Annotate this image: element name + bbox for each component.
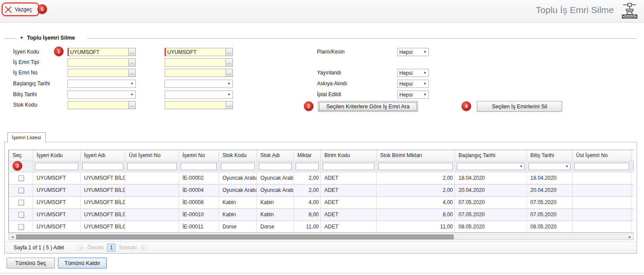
- filter-date-baslangic[interactable]: ▼: [457, 163, 525, 170]
- bitis-tarihi-to-datepicker[interactable]: ▼: [165, 91, 233, 99]
- filter-input-stok-kodu[interactable]: [221, 163, 255, 170]
- filter-input-ust-isemri-no[interactable]: [127, 163, 177, 170]
- cell-stok-kodu: Oyuncak Araba: [219, 184, 257, 196]
- row-checkbox[interactable]: [18, 212, 24, 218]
- cell-stok-birimi-miktari: 2,00: [377, 184, 455, 196]
- column-header[interactable]: İşemri No: [179, 150, 219, 161]
- row-checkbox[interactable]: [18, 175, 24, 181]
- tab-isemri-listesi[interactable]: İşemri Listesi: [7, 132, 46, 142]
- is-emri-tipi-from-field: …: [67, 58, 136, 67]
- column-header[interactable]: Üst İşemri No: [573, 150, 631, 161]
- is-emri-tipi-from-lookup-button[interactable]: …: [128, 58, 136, 67]
- collapse-arrow-icon[interactable]: ►: [20, 35, 24, 40]
- table-row[interactable]: UYUMSOFT UYUMSOFT BİLG İE-00002 Oyuncak …: [9, 172, 634, 184]
- filter-input-ust-isemri-no-2[interactable]: [574, 163, 629, 170]
- pager-current-page[interactable]: 1: [107, 244, 115, 252]
- askiya-alindi-select[interactable]: Hepsi ▼: [397, 80, 429, 88]
- cell-ust-isemri-no: [125, 196, 179, 208]
- yayinlandi-select[interactable]: Hepsi ▼: [397, 69, 429, 77]
- column-header[interactable]: İşyeri Kodu: [33, 150, 81, 161]
- cell-a: [631, 196, 634, 208]
- cell-isyeri-adi: UYUMSOFT BİLG: [81, 208, 125, 221]
- baslangic-tarihi-to-datepicker[interactable]: ▼: [165, 80, 233, 88]
- is-emri-no-to-input[interactable]: [165, 69, 226, 77]
- header-row: Seç İşyeri Kodu İşyeri Adı Üst İşemri No…: [9, 150, 634, 161]
- divider: [87, 38, 637, 39]
- column-header[interactable]: Bitiş Tarihi: [527, 150, 573, 161]
- cell-miktar: 11,00: [294, 221, 321, 233]
- stok-kodu-to-field: …: [165, 101, 233, 109]
- select-all-button[interactable]: Tümünü Seç: [7, 258, 55, 268]
- column-header[interactable]: Stok Adı: [257, 150, 294, 161]
- row-checkbox[interactable]: [18, 224, 24, 230]
- table-row[interactable]: UYUMSOFT UYUMSOFT BİLG İE-00008 Kabin Ka…: [9, 196, 634, 208]
- search-work-orders-button[interactable]: Seçilen Kriterlere Göre İş Emri Ara: [318, 101, 418, 112]
- table-row[interactable]: UYUMSOFT UYUMSOFT BİLG İE-00004 Oyuncak …: [9, 184, 634, 196]
- isyeri-kodu-from-input[interactable]: [67, 48, 128, 56]
- filter-input-isyeri-adi[interactable]: [82, 163, 123, 170]
- is-emri-tipi-to-lookup-button[interactable]: …: [226, 58, 233, 67]
- cell-ust-isemri-no-2: [573, 172, 631, 184]
- select-value: Hepsi: [399, 49, 413, 55]
- stok-kodu-to-lookup-button[interactable]: …: [226, 101, 233, 109]
- cell-isyeri-adi: UYUMSOFT BİLG: [81, 196, 125, 208]
- cell-isyeri-adi: UYUMSOFT BİLG: [81, 184, 125, 196]
- filter-input-miktar[interactable]: [296, 163, 319, 170]
- stok-kodu-from-lookup-button[interactable]: …: [128, 101, 136, 109]
- iptal-edildi-select[interactable]: Hepsi ▼: [397, 91, 429, 99]
- is-emri-tipi-to-input[interactable]: [165, 58, 226, 67]
- filter-input-stok-adi[interactable]: [259, 163, 292, 170]
- column-header[interactable]: Stok Kodu: [219, 150, 257, 161]
- cell-stok-adi: Kabin: [257, 196, 294, 208]
- filter-input-isemri-no[interactable]: [181, 163, 217, 170]
- filter-input-a[interactable]: [633, 163, 634, 170]
- cell-baslangic-tarihi: 08.05.2020: [455, 221, 527, 233]
- isyeri-kodu-to-lookup-button[interactable]: …: [226, 48, 233, 56]
- field-label-planli-kesin: Planlı/Kesin: [317, 48, 344, 56]
- baslangic-tarihi-from-datepicker[interactable]: ▼: [67, 80, 136, 88]
- table-row[interactable]: UYUMSOFT UYUMSOFT BİLG İE-00011 Dorse Do…: [9, 221, 634, 233]
- column-header[interactable]: Başlangıç Tarihi: [455, 150, 527, 161]
- isyeri-kodu-to-input[interactable]: [165, 48, 226, 56]
- delete-selected-work-orders-button[interactable]: Seçilen İş Emirlerini Sil: [477, 101, 562, 112]
- cell-ust-isemri-no-2: [573, 184, 631, 196]
- table-row[interactable]: UYUMSOFT UYUMSOFT BİLG İE-00010 Kabin Ka…: [9, 208, 634, 221]
- is-emri-no-from-lookup-button[interactable]: …: [128, 69, 136, 77]
- is-emri-no-to-lookup-button[interactable]: …: [226, 69, 233, 77]
- column-header[interactable]: Üst İşemri No: [125, 150, 179, 161]
- field-label-isyeri-kodu: İşyeri Kodu: [13, 48, 39, 56]
- scroll-left-arrow-icon[interactable]: ◄: [9, 234, 16, 240]
- column-header[interactable]: Seç: [9, 150, 33, 161]
- scroll-right-arrow-icon[interactable]: ►: [627, 234, 633, 240]
- chevron-down-icon: ▼: [423, 93, 427, 97]
- filter-input-birim-kodu[interactable]: [323, 163, 374, 170]
- column-header[interactable]: A: [631, 150, 634, 161]
- cell-birim-kodu: ADET: [321, 221, 377, 233]
- filter-input-stok-birimi-miktari[interactable]: [378, 163, 453, 170]
- bitis-tarihi-from-datepicker[interactable]: ▼: [67, 91, 136, 99]
- pager-next-label[interactable]: Sonraki: [119, 245, 137, 251]
- column-header[interactable]: İşyeri Adı: [81, 150, 125, 161]
- pager-next-icon[interactable]: ►: [141, 245, 147, 251]
- row-checkbox[interactable]: [18, 188, 24, 193]
- pager-prev-label[interactable]: Önceki: [88, 245, 104, 251]
- scrollbar-thumb[interactable]: [16, 235, 454, 239]
- cell-stok-kodu: Kabin: [219, 196, 257, 208]
- horizontal-scrollbar[interactable]: ◄ ►: [8, 234, 634, 240]
- pager-prev-icon[interactable]: ◄: [78, 245, 84, 251]
- filter-date-bitis[interactable]: ▼: [529, 163, 570, 170]
- column-header[interactable]: Stok Birimi Miktarı: [377, 150, 455, 161]
- pager-bar: Sayfa 1 of 1 ( 5 ) Adet ◄ Önceki 1 Sonra…: [5, 241, 637, 253]
- is-emri-no-from-input[interactable]: [67, 69, 128, 77]
- filter-input-isyeri-kodu[interactable]: [35, 163, 78, 170]
- is-emri-tipi-from-input[interactable]: [67, 58, 128, 67]
- stok-kodu-to-input[interactable]: [165, 101, 226, 109]
- isyeri-kodu-from-lookup-button[interactable]: …: [128, 48, 136, 56]
- planli-kesin-select[interactable]: Hepsi ▼: [397, 48, 429, 56]
- column-header[interactable]: Birim Kodu: [321, 150, 377, 161]
- clear-all-button[interactable]: Tümünü Kaldır: [58, 258, 107, 268]
- column-header[interactable]: Miktar: [294, 150, 321, 161]
- cancel-button[interactable]: Vazgeç: [4, 4, 32, 15]
- stok-kodu-from-input[interactable]: [67, 101, 128, 109]
- row-checkbox[interactable]: [18, 200, 24, 205]
